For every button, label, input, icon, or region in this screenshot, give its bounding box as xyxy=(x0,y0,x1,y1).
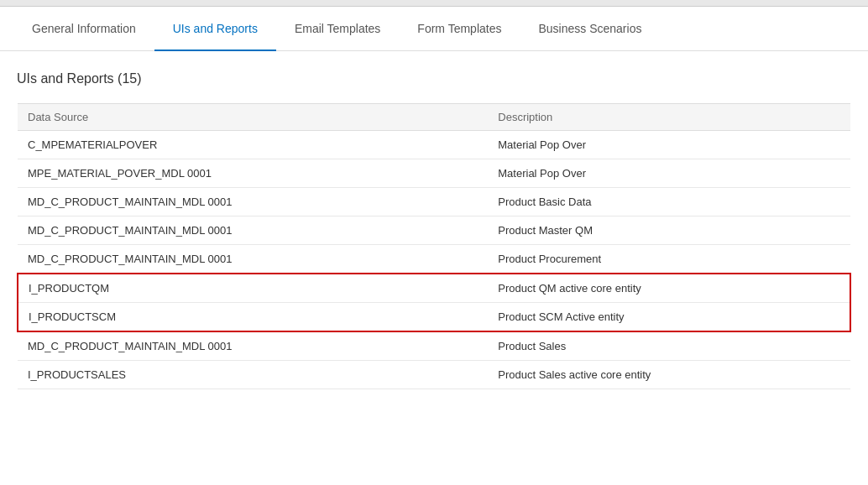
uis-reports-table: Data SourceDescription C_MPEMATERIALPOVE… xyxy=(17,103,851,389)
col-header-description: Description xyxy=(488,104,850,131)
tabs-container: General InformationUIs and ReportsEmail … xyxy=(0,7,868,51)
col-header-datasource: Data Source xyxy=(18,104,488,131)
cell-description: Product Master QM xyxy=(488,216,850,245)
table-row[interactable]: MD_C_PRODUCT_MAINTAIN_MDL 0001Product Ma… xyxy=(18,216,850,245)
cell-datasource: I_PRODUCTSALES xyxy=(18,361,488,389)
table-row[interactable]: MPE_MATERIAL_POVER_MDL 0001Material Pop … xyxy=(18,159,850,188)
cell-datasource: MPE_MATERIAL_POVER_MDL 0001 xyxy=(18,159,488,188)
table-row[interactable]: MD_C_PRODUCT_MAINTAIN_MDL 0001Product Pr… xyxy=(18,245,850,274)
tab-form[interactable]: Form Templates xyxy=(399,7,520,50)
table-row[interactable]: C_MPEMATERIALPOVERMaterial Pop Over xyxy=(18,131,850,159)
cell-description: Product Sales active core entity xyxy=(488,361,850,389)
cell-description: Product Sales xyxy=(488,331,850,361)
cell-description: Material Pop Over xyxy=(488,131,850,159)
cell-datasource: C_MPEMATERIALPOVER xyxy=(18,131,488,159)
table-row[interactable]: I_PRODUCTSCMProduct SCM Active entity xyxy=(18,303,850,332)
section-title: UIs and Reports (15) xyxy=(17,71,851,86)
cell-description: Product QM active core entity xyxy=(488,274,850,303)
cell-description: Material Pop Over xyxy=(488,159,850,188)
cell-datasource: MD_C_PRODUCT_MAINTAIN_MDL 0001 xyxy=(18,245,488,274)
table-header: Data SourceDescription xyxy=(18,104,850,131)
table-body: C_MPEMATERIALPOVERMaterial Pop OverMPE_M… xyxy=(18,131,850,389)
cell-datasource: MD_C_PRODUCT_MAINTAIN_MDL 0001 xyxy=(18,331,488,361)
top-bar xyxy=(0,0,868,7)
cell-datasource: MD_C_PRODUCT_MAINTAIN_MDL 0001 xyxy=(18,188,488,216)
cell-description: Product Procurement xyxy=(488,245,850,274)
tab-business[interactable]: Business Scenarios xyxy=(520,7,660,50)
cell-datasource: I_PRODUCTQM xyxy=(18,274,488,303)
tab-email[interactable]: Email Templates xyxy=(276,7,399,50)
table-row[interactable]: I_PRODUCTSALESProduct Sales active core … xyxy=(18,361,850,389)
cell-description: Product SCM Active entity xyxy=(488,303,850,332)
table-row[interactable]: MD_C_PRODUCT_MAINTAIN_MDL 0001Product Ba… xyxy=(18,188,850,216)
tab-uis[interactable]: UIs and Reports xyxy=(154,7,276,50)
tab-general[interactable]: General Information xyxy=(13,7,154,50)
table-row[interactable]: I_PRODUCTQMProduct QM active core entity xyxy=(18,274,850,303)
cell-description: Product Basic Data xyxy=(488,188,850,216)
table-row[interactable]: MD_C_PRODUCT_MAINTAIN_MDL 0001Product Sa… xyxy=(18,331,850,361)
cell-datasource: MD_C_PRODUCT_MAINTAIN_MDL 0001 xyxy=(18,216,488,245)
cell-datasource: I_PRODUCTSCM xyxy=(18,303,488,332)
main-content: UIs and Reports (15) Data SourceDescript… xyxy=(0,51,868,406)
